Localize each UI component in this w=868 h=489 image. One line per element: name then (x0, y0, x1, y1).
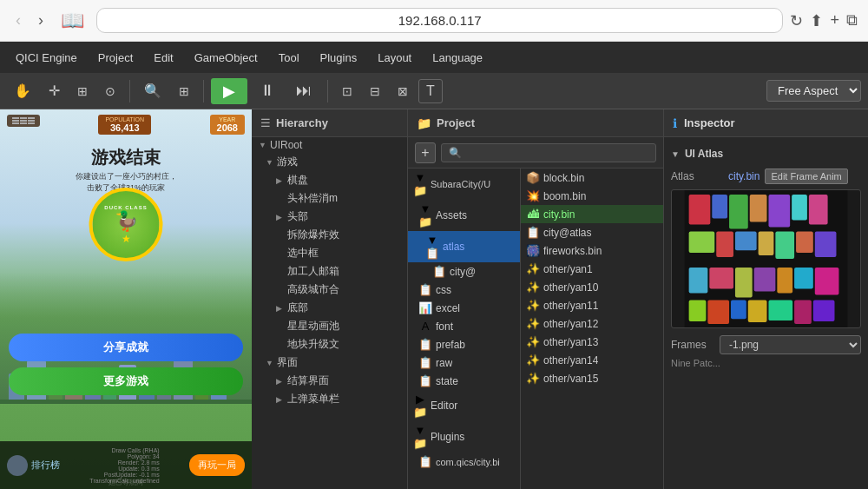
tree-prefab[interactable]: 📋 prefab (408, 335, 520, 354)
play-button[interactable]: ▶ (211, 78, 247, 104)
file-yan12[interactable]: ✨ other/yan12 (521, 314, 663, 333)
project-add-button[interactable]: + (415, 142, 436, 163)
file-yan11[interactable]: ✨ other/yan11 (521, 296, 663, 314)
tree-city-at[interactable]: 📋 city@ (408, 262, 520, 281)
tree-item-bottom[interactable]: ▶ 底部 (252, 299, 407, 317)
tree-item-settle[interactable]: ▶ 结算界面 (252, 372, 407, 390)
file-yan10[interactable]: ✨ other/yan10 (521, 278, 663, 296)
tree-item-starpool[interactable]: 星星动画池 (252, 317, 407, 335)
move-tool-button[interactable]: ✛ (42, 79, 67, 102)
tree-item-uiroot[interactable]: ▼ UIRoot (252, 137, 407, 153)
browser-nav-bar: ‹ › 📖 192.168.0.117 ↻ ⬆ + ⧉ (0, 0, 868, 42)
tree-atlas[interactable]: ▼📋 atlas (408, 231, 520, 262)
file-label-van15: other/van15 (543, 373, 598, 385)
file-van15[interactable]: ✨ other/van15 (521, 369, 663, 387)
file-boom-bin[interactable]: 💥 boom.bin (521, 187, 663, 205)
file-yan13[interactable]: ✨ other/yan13 (521, 333, 663, 351)
tree-item-select[interactable]: 选中框 (252, 244, 407, 262)
svg-rect-25 (748, 300, 767, 322)
tree-item-chessboard[interactable]: ▶ 棋盘 (252, 171, 407, 189)
hand-tool-button[interactable]: ✋ (7, 79, 38, 102)
tree-label-explode: 拆除爆炸效 (287, 228, 339, 242)
tree-item-headcomp[interactable]: 头补偿消m (252, 189, 407, 208)
file-block-bin[interactable]: 📦 block.bin (521, 169, 663, 187)
scale-tool-button[interactable]: ⊞ (70, 81, 95, 102)
project-toolbar: + (408, 137, 663, 169)
grid-tool-button[interactable]: ⊞ (172, 81, 196, 102)
tree-subara[interactable]: ▼📁 SubaraCity(/U (408, 169, 520, 200)
menu-edit[interactable]: Edit (145, 48, 181, 68)
frames-select[interactable]: -1.png (720, 335, 861, 354)
rank-button[interactable]: 排行榜 (31, 459, 60, 472)
zoom-tool-button[interactable]: 🔍 (137, 79, 168, 102)
file-city-bin[interactable]: 🏙 city.bin (521, 205, 663, 223)
layout2-button[interactable]: ⊟ (363, 81, 387, 102)
layout3-button[interactable]: ⊠ (391, 81, 415, 102)
address-bar[interactable]: 192.168.0.117 (96, 8, 783, 33)
tree-citybi[interactable]: 📋 com.qics/city.bi (408, 453, 520, 471)
tree-label-city-at: city@ (450, 266, 476, 278)
file-fireworks-bin[interactable]: 🎆 fireworks.bin (521, 241, 663, 260)
back-button[interactable]: ‹ (10, 8, 26, 33)
tree-item-explode[interactable]: 拆除爆炸效 (252, 226, 407, 244)
folder-icon: ▼📁 (413, 171, 427, 197)
project-search-input[interactable] (441, 143, 656, 162)
atlas-preview (671, 189, 861, 328)
file-yan1[interactable]: ✨ other/yan1 (521, 260, 663, 278)
inspector-body: ▼ UI Atlas Atlas city.bin Edit Frame Ani… (664, 137, 868, 375)
add-tab-icon[interactable]: + (830, 11, 839, 30)
tree-label-head: 头部 (287, 209, 308, 224)
edit-frame-anim-button[interactable]: Edit Frame Anim (765, 169, 847, 184)
share-icon[interactable]: ⬆ (810, 11, 823, 30)
tree-item-head[interactable]: ▶ 头部 (252, 208, 407, 226)
menu-language[interactable]: Language (424, 48, 491, 68)
pivot-tool-button[interactable]: ⊙ (98, 81, 122, 102)
file-yan14[interactable]: ✨ other/yan14 (521, 351, 663, 369)
tree-item-worker[interactable]: 加工人邮箱 (252, 262, 407, 281)
tree-label-game: 游戏 (277, 155, 298, 169)
tree-item-ui[interactable]: ▼ 界面 (252, 354, 407, 372)
more-games-button[interactable]: 更多游戏 (9, 367, 243, 395)
tree-state[interactable]: 📋 state (408, 372, 520, 390)
tabs-icon[interactable]: ⧉ (846, 11, 858, 30)
leaf-icon-3: ▶ (276, 213, 285, 221)
tree-plugins[interactable]: ▼📁 Plugins (408, 421, 520, 453)
tree-item-blockupgrade[interactable]: 地块升级文 (252, 335, 407, 354)
aspect-select[interactable]: Free Aspect (766, 80, 861, 102)
menu-plugins[interactable]: Plugins (312, 48, 366, 68)
pause-button[interactable]: ⏸ (251, 78, 284, 103)
tree-css[interactable]: 📋 css (408, 281, 520, 299)
tree-editor[interactable]: ▶📁 Editor (408, 390, 520, 421)
menu-layout[interactable]: Layout (369, 48, 420, 68)
tree-font[interactable]: A font (408, 317, 520, 335)
atlas-preview-svg (672, 190, 860, 327)
layout1-button[interactable]: ⊡ (335, 81, 359, 102)
css-icon: 📋 (418, 283, 432, 296)
menu-tool[interactable]: Tool (270, 48, 308, 68)
inspector-header: ℹ Inspector (664, 109, 868, 137)
fireworks-bin-icon: 🎆 (526, 244, 540, 257)
share-button[interactable]: 分享成就 (9, 334, 243, 361)
tree-raw[interactable]: 📋 raw (408, 354, 520, 372)
svg-rect-23 (707, 300, 729, 324)
yan14-icon: ✨ (526, 354, 540, 367)
step-button[interactable]: ⏭ (287, 78, 320, 103)
tree-item-cityadvance[interactable]: 高级城市合 (252, 281, 407, 299)
tree-assets[interactable]: ▼📁 Assets (408, 200, 520, 231)
menu-project[interactable]: Project (89, 48, 141, 68)
text-tool-button[interactable]: T (418, 79, 443, 103)
tree-item-topmenu[interactable]: ▶ 上弹菜单栏 (252, 390, 407, 408)
file-city-atlas[interactable]: 📋 city@atlas (521, 223, 663, 241)
file-label-yan13: other/yan13 (543, 336, 598, 348)
bookmarks-button[interactable]: 📖 (56, 6, 89, 36)
reload-icon[interactable]: ↻ (790, 11, 803, 30)
svg-rect-13 (796, 231, 813, 253)
tree-label-chessboard: 棋盘 (287, 173, 308, 188)
forward-button[interactable]: › (33, 8, 49, 33)
tree-item-game[interactable]: ▼ 游戏 (252, 153, 407, 171)
replay-button[interactable]: 再玩一局 (189, 454, 245, 476)
tree-label-blockupgrade: 地块升级文 (287, 337, 339, 352)
menu-qici[interactable]: QICI Engine (7, 48, 86, 68)
tree-excel[interactable]: 📊 excel (408, 299, 520, 317)
menu-gameobject[interactable]: GameObject (186, 48, 266, 68)
